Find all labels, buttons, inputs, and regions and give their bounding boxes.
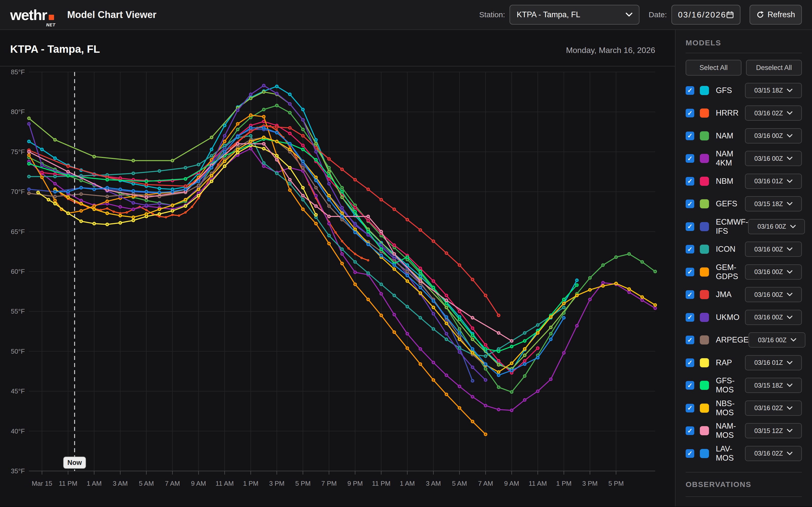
refresh-button[interactable]: Refresh [750, 5, 802, 24]
model-row-jma: ✓JMA03/16 00Z [686, 283, 802, 306]
app-logo: wethr NET [10, 6, 54, 23]
chevron-down-icon [626, 13, 632, 17]
chevron-down-icon [787, 111, 793, 115]
temperature-forecast-chart: 85°F80°F75°F70°F65°F60°F55°F50°F45°F40°F… [0, 30, 674, 506]
model-name-label: GFS [716, 86, 745, 95]
series-icon [27, 134, 566, 358]
model-run-select[interactable]: 03/16 01Z [745, 355, 802, 371]
model-run-select[interactable]: 03/16 00Z [745, 310, 802, 325]
svg-text:3 AM: 3 AM [113, 480, 128, 487]
model-row-nam-4km: ✓NAM 4KM03/16 00Z [686, 147, 802, 170]
app-header: wethr NET Model Chart Viewer Station: KT… [0, 0, 812, 30]
model-color-swatch [700, 109, 709, 118]
station-select-value: KTPA - Tampa, FL [517, 10, 580, 19]
model-checkbox[interactable]: ✓ [686, 245, 694, 253]
svg-text:1 AM: 1 AM [87, 480, 101, 487]
model-run-select[interactable]: 03/16 02Z [745, 105, 802, 121]
model-run-select[interactable]: 03/16 02Z [745, 446, 802, 461]
model-color-swatch [700, 313, 709, 322]
model-checkbox[interactable]: ✓ [686, 336, 694, 344]
model-checkbox[interactable]: ✓ [686, 313, 694, 322]
chevron-down-icon [787, 429, 793, 433]
model-run-select[interactable]: 03/16 00Z [745, 128, 802, 144]
model-color-swatch [700, 154, 709, 163]
model-checkbox[interactable]: ✓ [686, 268, 694, 276]
model-color-swatch [700, 177, 709, 186]
model-checkbox[interactable]: ✓ [686, 290, 694, 299]
model-run-select[interactable]: 03/15 12Z [745, 423, 802, 438]
model-run-select[interactable]: 03/15 18Z [745, 83, 802, 98]
model-checkbox[interactable]: ✓ [686, 381, 694, 390]
model-color-swatch [700, 335, 709, 344]
model-name-label: RAP [716, 358, 745, 367]
model-row-nbs-mos: ✓NBS-MOS03/16 02Z [686, 397, 802, 419]
model-name-label: NAM-MOS [716, 421, 745, 440]
model-checkbox[interactable]: ✓ [686, 449, 694, 458]
model-row-rap: ✓RAP03/16 01Z [686, 351, 802, 374]
series-rap [36, 144, 318, 226]
logo-net-label: NET [46, 22, 56, 27]
model-checkbox[interactable]: ✓ [686, 200, 694, 208]
model-run-select[interactable]: 03/16 00Z [745, 265, 802, 280]
date-input[interactable]: 03/16/2026 [671, 5, 741, 24]
svg-text:9 AM: 9 AM [504, 480, 519, 487]
chevron-down-icon [787, 202, 793, 206]
select-all-button[interactable]: Select All [686, 60, 742, 75]
model-row-hrrr: ✓HRRR03/16 02Z [686, 102, 802, 125]
model-row-nbm: ✓NBM03/16 01Z [686, 170, 802, 193]
model-run-select[interactable]: 03/15 18Z [745, 378, 802, 393]
model-bulk-actions: Select All Deselect All [686, 60, 802, 75]
now-badge-label: Now [67, 459, 82, 466]
model-run-select[interactable]: 03/16 00Z [745, 241, 802, 257]
model-checkbox[interactable]: ✓ [686, 131, 694, 140]
model-color-swatch [700, 245, 709, 254]
svg-text:11 PM: 11 PM [59, 480, 78, 487]
svg-text:5 PM: 5 PM [608, 480, 624, 487]
model-checkbox[interactable]: ✓ [686, 177, 694, 185]
divider [686, 472, 802, 472]
series-nam-mos [27, 142, 513, 343]
model-list: ✓GFS03/15 18Z✓HRRR03/16 02Z✓NAM03/16 00Z… [686, 79, 802, 465]
chart-grid [29, 72, 655, 474]
model-run-value: 03/16 02Z [754, 110, 783, 117]
model-run-select[interactable]: 03/16 00Z [745, 151, 802, 166]
model-checkbox[interactable]: ✓ [686, 154, 694, 163]
deselect-all-button[interactable]: Deselect All [746, 60, 802, 75]
model-run-select[interactable]: 03/16 01Z [745, 174, 802, 189]
model-checkbox[interactable]: ✓ [686, 86, 694, 95]
model-run-select[interactable]: 03/16 00Z [749, 332, 805, 347]
series-lav-mos [53, 126, 566, 377]
svg-text:3 PM: 3 PM [269, 480, 285, 487]
model-run-select[interactable]: 03/16 00Z [745, 287, 802, 302]
date-label: Date: [649, 10, 667, 19]
model-run-value: 03/15 18Z [754, 87, 783, 94]
chart-date: Monday, March 16, 2026 [566, 46, 655, 55]
divider [686, 53, 802, 53]
station-select[interactable]: KTPA - Tampa, FL [510, 5, 640, 24]
model-checkbox[interactable]: ✓ [686, 109, 694, 117]
model-row-ecmwf-ifs: ✓ECMWF-IFS03/16 00Z [686, 215, 802, 238]
model-run-select[interactable]: 03/16 00Z [748, 219, 805, 234]
chevron-down-icon [787, 293, 793, 296]
svg-text:1 PM: 1 PM [556, 480, 572, 487]
model-color-swatch [700, 131, 709, 140]
svg-text:9 AM: 9 AM [191, 480, 206, 487]
calendar-icon [726, 11, 734, 19]
model-run-value: 03/16 00Z [754, 246, 783, 253]
model-checkbox[interactable]: ✓ [686, 404, 694, 412]
model-checkbox[interactable]: ✓ [686, 427, 694, 435]
svg-text:55°F: 55°F [11, 307, 25, 315]
model-checkbox[interactable]: ✓ [686, 222, 694, 231]
model-checkbox[interactable]: ✓ [686, 358, 694, 367]
model-run-select[interactable]: 03/16 02Z [745, 400, 802, 416]
model-row-lav-mos: ✓LAV-MOS03/16 02Z [686, 442, 802, 465]
model-name-label: ICON [716, 245, 745, 254]
model-color-swatch [700, 426, 709, 435]
model-color-swatch [700, 86, 709, 95]
model-chart-viewer-app: { "header": { "logo_word": "wethr", "log… [0, 0, 812, 507]
chevron-down-icon [787, 452, 793, 455]
chevron-down-icon [787, 361, 793, 364]
divider [686, 496, 802, 497]
model-run-select[interactable]: 03/15 18Z [745, 196, 802, 212]
chevron-down-icon [787, 89, 793, 92]
